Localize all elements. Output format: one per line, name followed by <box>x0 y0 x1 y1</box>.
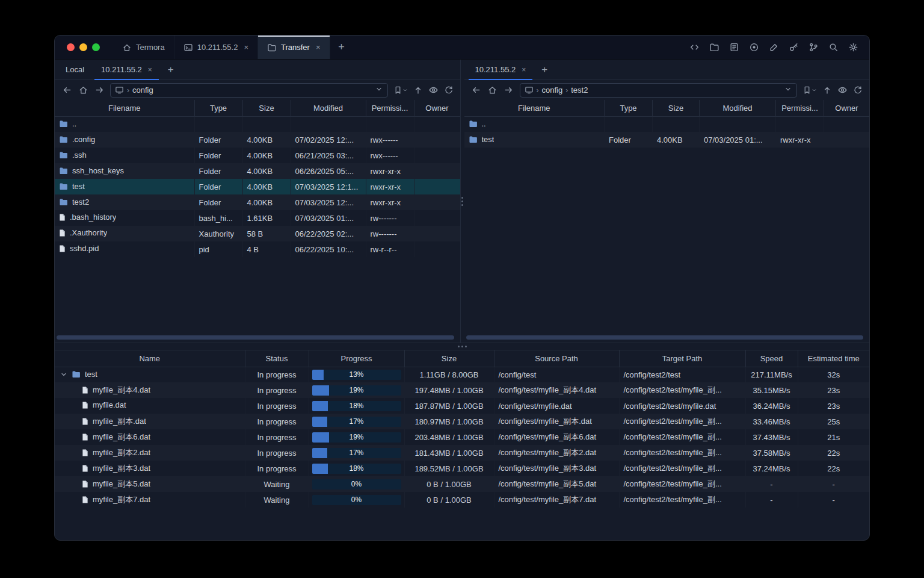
cell-source-path: /config/test/myfile_副本2.dat <box>494 445 619 461</box>
show-hidden-eye-icon[interactable] <box>428 85 439 95</box>
transfer-row[interactable]: myfile.datIn progress18%187.87MB / 1.00G… <box>55 398 869 414</box>
settings-icon[interactable] <box>848 42 858 53</box>
forward-icon[interactable] <box>94 85 105 96</box>
close-tab-icon[interactable]: × <box>316 43 321 52</box>
col-owner[interactable]: Owner <box>824 100 870 116</box>
breadcrumb-segment[interactable]: config <box>132 85 153 95</box>
horizontal-scrollbar[interactable] <box>57 335 458 340</box>
left-path-breadcrumb[interactable]: › config <box>110 83 388 98</box>
col-size[interactable]: Size <box>242 100 291 116</box>
back-icon[interactable] <box>471 85 482 96</box>
key-icon[interactable] <box>788 42 799 53</box>
log-icon[interactable] <box>728 42 739 53</box>
bookmark-icon[interactable] <box>802 85 817 95</box>
file-row[interactable]: .sshFolder4.00KB06/21/2025 03:...rwx----… <box>55 148 460 163</box>
progress-bar: 19% <box>312 385 401 396</box>
chevron-down-icon[interactable] <box>784 85 792 95</box>
close-tab-icon[interactable]: × <box>148 66 152 74</box>
horizontal-scrollbar[interactable] <box>466 335 868 340</box>
close-tab-icon[interactable]: × <box>244 43 248 52</box>
col-modified[interactable]: Modified <box>291 100 366 116</box>
home-icon[interactable] <box>78 85 88 96</box>
back-icon[interactable] <box>61 85 72 96</box>
show-hidden-eye-icon[interactable] <box>837 85 848 95</box>
file-row[interactable]: .. <box>464 116 870 132</box>
zoom-window-button[interactable] <box>92 43 100 51</box>
transfer-row[interactable]: myfile_副本6.datIn progress19%203.48MB / 1… <box>55 429 869 445</box>
file-row[interactable]: testFolder4.00KB07/03/2025 12:1...rwxr-x… <box>55 179 460 194</box>
close-tab-icon[interactable]: × <box>522 66 526 74</box>
file-row[interactable]: .. <box>55 116 460 132</box>
transfer-row[interactable]: myfile_副本5.datWaiting0%0 B / 1.00GB/conf… <box>55 476 869 492</box>
home-icon[interactable] <box>487 85 498 96</box>
col-type[interactable]: Type <box>194 100 242 116</box>
transfer-row[interactable]: myfile_副本4.datIn progress19%197.48MB / 1… <box>55 382 869 398</box>
file-row[interactable]: sshd.pidpid4 B06/22/2025 10:...rw-r--r-- <box>55 241 460 257</box>
add-panel-tab-button[interactable]: + <box>161 60 181 79</box>
tab-remote-host[interactable]: 10.211.55.2 × <box>93 60 161 79</box>
col-modified[interactable]: Modified <box>700 100 776 116</box>
edit-icon[interactable] <box>768 42 779 53</box>
cell-size: 58 B <box>242 226 291 241</box>
expand-chevron-icon[interactable] <box>60 371 67 378</box>
cell-status: Waiting <box>245 492 309 508</box>
bookmark-icon[interactable] <box>393 85 408 95</box>
chevron-down-icon[interactable] <box>375 85 383 95</box>
tab-host[interactable]: 10.211.55.2 × <box>174 36 258 59</box>
progress-bar: 18% <box>312 464 401 474</box>
transfer-row[interactable]: myfile_副本7.datWaiting0%0 B / 1.00GB/conf… <box>55 492 869 508</box>
tab-remote-host[interactable]: 10.211.55.2 × <box>467 60 535 79</box>
forward-icon[interactable] <box>504 85 514 96</box>
transfer-row[interactable]: myfile_副本.datIn progress17%180.97MB / 1.… <box>55 414 869 429</box>
record-icon[interactable] <box>748 42 759 53</box>
search-icon[interactable] <box>828 42 839 53</box>
add-panel-tab-button[interactable]: + <box>534 60 555 79</box>
vertical-splitter[interactable] <box>460 60 464 343</box>
col-permissions[interactable]: Permissi... <box>366 100 414 116</box>
col-progress[interactable]: Progress <box>309 350 404 367</box>
col-name[interactable]: Name <box>55 350 245 367</box>
horizontal-splitter[interactable] <box>55 343 869 350</box>
col-speed[interactable]: Speed <box>745 350 798 367</box>
transfer-row[interactable]: myfile_副本3.datIn progress18%189.52MB / 1… <box>55 461 869 476</box>
col-owner[interactable]: Owner <box>414 100 460 116</box>
col-source-path[interactable]: Source Path <box>494 350 619 367</box>
file-icon <box>82 464 88 473</box>
file-row[interactable]: ssh_host_keysFolder4.00KB06/26/2025 05:.… <box>55 163 460 179</box>
refresh-icon[interactable] <box>444 85 454 95</box>
scrollbar-thumb[interactable] <box>57 335 454 340</box>
file-row[interactable]: testFolder4.00KB07/03/2025 01:...rwxr-xr… <box>464 132 870 148</box>
refresh-icon[interactable] <box>853 85 863 95</box>
new-tab-button[interactable]: + <box>330 36 353 59</box>
upload-icon[interactable] <box>822 85 832 95</box>
code-icon[interactable] <box>689 42 700 53</box>
transfer-row[interactable]: testIn progress13%1.11GB / 8.00GB/config… <box>55 367 869 382</box>
file-row[interactable]: test2Folder4.00KB07/03/2025 12:...rwxr-x… <box>55 194 460 210</box>
file-row[interactable]: .XauthorityXauthority58 B06/22/2025 02:.… <box>55 226 460 241</box>
col-filename[interactable]: Filename <box>55 100 194 116</box>
tab-termora[interactable]: Termora <box>113 36 174 59</box>
col-size[interactable]: Size <box>404 350 494 367</box>
open-folder-icon[interactable] <box>709 42 719 53</box>
upload-icon[interactable] <box>413 85 423 95</box>
col-filename[interactable]: Filename <box>464 100 605 116</box>
col-type[interactable]: Type <box>605 100 653 116</box>
breadcrumb-segment[interactable]: test2 <box>571 85 588 95</box>
breadcrumb-segment[interactable]: config <box>542 85 563 95</box>
file-row[interactable]: .configFolder4.00KB07/02/2025 12:...rwx-… <box>55 132 460 148</box>
cell-speed: 37.43MB/s <box>745 429 798 445</box>
tab-local[interactable]: Local <box>57 60 93 79</box>
file-row[interactable]: .bash_historybash_hi...1.61KB07/03/2025 … <box>55 210 460 226</box>
close-window-button[interactable] <box>67 43 75 51</box>
tab-transfer[interactable]: Transfer × <box>258 36 330 59</box>
col-target-path[interactable]: Target Path <box>619 350 745 367</box>
transfer-row[interactable]: myfile_副本2.datIn progress17%181.43MB / 1… <box>55 445 869 461</box>
col-estimated-time[interactable]: Estimated time <box>798 350 869 367</box>
minimize-window-button[interactable] <box>79 43 87 51</box>
col-status[interactable]: Status <box>245 350 309 367</box>
right-path-breadcrumb[interactable]: › config › test2 <box>520 83 798 98</box>
col-size[interactable]: Size <box>653 100 700 116</box>
scrollbar-thumb[interactable] <box>466 335 864 340</box>
col-permissions[interactable]: Permissi... <box>776 100 824 116</box>
branch-icon[interactable] <box>808 42 819 53</box>
